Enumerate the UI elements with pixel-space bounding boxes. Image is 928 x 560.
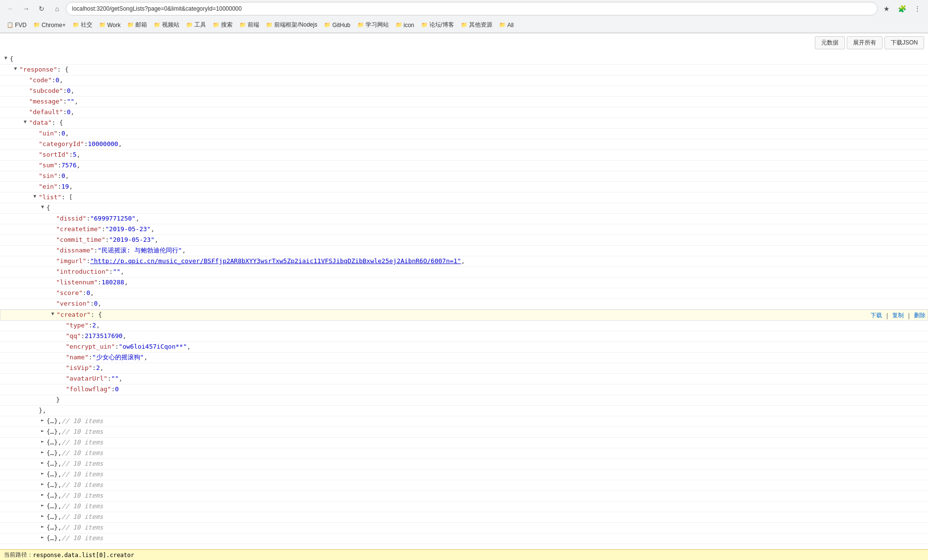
list-item: ► {…}, // 10 items xyxy=(0,470,928,480)
copy-action[interactable]: 复制 xyxy=(892,311,904,321)
collapsed-toggle-6[interactable]: ► xyxy=(39,470,46,477)
json-list0-close: }, xyxy=(0,406,928,416)
list-toggle[interactable]: ▼ xyxy=(31,192,39,200)
bookmark-item[interactable]: 📋FVD xyxy=(4,21,29,29)
bookmark-item[interactable]: 📁前端 xyxy=(236,20,262,30)
list-item: ► {…}, // 10 items xyxy=(0,416,928,427)
collapsed-toggle-1[interactable]: ► xyxy=(39,416,46,424)
list-item: ► {…}, // 10 items xyxy=(0,448,928,459)
folder-icon: 📁 xyxy=(239,22,246,28)
imgurl-link[interactable]: "http://p.qpic.cn/music_cover/BSFfjp2AR8… xyxy=(90,256,461,266)
home-button[interactable]: ⌂ xyxy=(50,2,64,15)
forward-button[interactable]: → xyxy=(19,2,33,15)
bookmark-item[interactable]: 📁Chrome+ xyxy=(30,21,69,29)
json-code: "code": 0, xyxy=(0,75,928,86)
url-input[interactable] xyxy=(72,5,871,12)
json-default: "default": 0, xyxy=(0,107,928,118)
json-list0-open: ▼ { xyxy=(0,203,928,214)
root-toggle[interactable]: ▼ xyxy=(2,54,10,62)
json-sin: "sin": 0, xyxy=(0,171,928,182)
bookmark-star[interactable]: ★ xyxy=(880,2,893,15)
bookmarks-bar: 📋FVD📁Chrome+📁社交📁Work📁邮箱📁视频站📁工具📁搜索📁前端📁前端框… xyxy=(0,17,928,33)
json-commit_time: "commit_time": "2019-05-23", xyxy=(0,235,928,246)
bookmark-item[interactable]: 📁Work xyxy=(96,21,124,29)
collapsed-toggle-12[interactable]: ► xyxy=(39,533,46,541)
json-sortid: "sortId": 5, xyxy=(0,150,928,161)
delete-action[interactable]: 删除 xyxy=(914,311,926,321)
bookmark-item[interactable]: 📁前端框架/Nodejs xyxy=(263,20,320,30)
list-item: ► {…}, // 10 items xyxy=(0,491,928,501)
response-toggle[interactable]: ▼ xyxy=(12,65,19,73)
folder-icon: 📋 xyxy=(7,22,14,28)
collapsed-toggle-8[interactable]: ► xyxy=(39,491,46,499)
collapsed-toggle-3[interactable]: ► xyxy=(39,438,46,445)
folder-icon: 📁 xyxy=(213,22,220,28)
json-dissid: "dissid": "6999771250", xyxy=(0,214,928,224)
collapsed-toggle-5[interactable]: ► xyxy=(39,459,46,467)
raw-button[interactable]: 元数据 xyxy=(815,36,845,49)
folder-icon: 📁 xyxy=(127,22,134,28)
collapsed-toggle-10[interactable]: ► xyxy=(39,512,46,520)
json-creator-open: ▼ "creator": { 下载 ｜ 复制 ｜ 删除 xyxy=(0,309,928,321)
json-followflag: "followflag": 0 xyxy=(0,384,928,395)
reload-button[interactable]: ↻ xyxy=(35,2,48,15)
list-item: ► {…}, // 10 items xyxy=(0,544,928,545)
collapsed-toggle-2[interactable]: ► xyxy=(39,427,46,435)
list-item: ► {…}, // 10 items xyxy=(0,438,928,448)
json-createtime: "createtime": "2019-05-23", xyxy=(0,224,928,235)
bookmark-item[interactable]: 📁学习网站 xyxy=(354,20,392,30)
collapsed-toggle-4[interactable]: ► xyxy=(39,448,46,456)
bookmark-label: 搜索 xyxy=(221,21,233,29)
nav-bar: ← → ↻ ⌂ ★ 🧩 ⋮ xyxy=(0,0,928,17)
data-toggle[interactable]: ▼ xyxy=(21,118,29,126)
collapsed-toggle-9[interactable]: ► xyxy=(39,501,46,509)
bookmark-label: icon xyxy=(404,22,414,29)
bookmark-item[interactable]: 📁GitHub xyxy=(321,21,353,29)
creator-toggle[interactable]: ▼ xyxy=(49,310,57,318)
folder-icon: 📁 xyxy=(73,22,79,28)
collapsed-toggle-11[interactable]: ► xyxy=(39,523,46,531)
json-sum: "sum": 7576, xyxy=(0,161,928,171)
bookmark-item[interactable]: 📁其他资源 xyxy=(458,20,495,30)
bookmark-label: 邮箱 xyxy=(135,21,147,29)
back-button[interactable]: ← xyxy=(4,2,17,15)
json-qq: "qq": 2173517690, xyxy=(0,331,928,342)
bookmark-label: All xyxy=(507,22,514,29)
bookmark-item[interactable]: 📁All xyxy=(496,21,516,29)
menu-button[interactable]: ⋮ xyxy=(911,2,924,15)
json-imgurl: "imgurl": "http://p.qpic.cn/music_cover/… xyxy=(0,256,928,267)
address-bar[interactable] xyxy=(66,2,878,15)
bookmark-item[interactable]: 📁社交 xyxy=(70,20,95,30)
bookmark-label: Work xyxy=(107,22,121,29)
bookmark-item[interactable]: 📁icon xyxy=(393,21,417,29)
extensions-button[interactable]: 🧩 xyxy=(895,2,909,15)
list-item: ► {…}, // 10 items xyxy=(0,512,928,523)
folder-icon: 📁 xyxy=(99,22,106,28)
json-score: "score": 0, xyxy=(0,288,928,299)
json-list-open: ▼ "list": [ xyxy=(0,192,928,203)
json-avatarurl: "avatarUrl": "", xyxy=(0,374,928,384)
download-json-button[interactable]: 下载JSON xyxy=(884,36,924,49)
bookmark-item[interactable]: 📁搜索 xyxy=(210,20,236,30)
json-root-open: ▼ { xyxy=(0,54,928,65)
browser-chrome: ← → ↻ ⌂ ★ 🧩 ⋮ 📋FVD📁Chrome+📁社交📁Work📁邮箱📁视频… xyxy=(0,0,928,33)
bookmark-item[interactable]: 📁视频站 xyxy=(151,20,182,30)
folder-icon: 📁 xyxy=(461,22,468,28)
bookmark-label: 工具 xyxy=(194,21,206,29)
bookmark-label: 视频站 xyxy=(162,21,179,29)
json-listennum: "listennum": 180288, xyxy=(0,278,928,288)
expand-all-button[interactable]: 展开所有 xyxy=(847,36,883,49)
download-action[interactable]: 下载 xyxy=(870,311,882,321)
list-item: ► {…}, // 10 items xyxy=(0,523,928,533)
bookmark-item[interactable]: 📁论坛/博客 xyxy=(418,20,457,30)
json-version: "version": 0, xyxy=(0,299,928,309)
bookmark-label: 论坛/博客 xyxy=(429,21,454,29)
collapsed-toggle-13[interactable]: ► xyxy=(39,544,46,545)
json-ein: "ein": 19, xyxy=(0,182,928,192)
json-viewer: ▼ { ▼ "response": { "code": 0, "subcode"… xyxy=(0,52,928,545)
collapsed-toggle-7[interactable]: ► xyxy=(39,480,46,488)
line-actions: 下载 ｜ 复制 ｜ 删除 xyxy=(870,311,926,321)
bookmark-item[interactable]: 📁邮箱 xyxy=(124,20,150,30)
list0-toggle[interactable]: ▼ xyxy=(39,203,46,211)
bookmark-item[interactable]: 📁工具 xyxy=(183,20,209,30)
